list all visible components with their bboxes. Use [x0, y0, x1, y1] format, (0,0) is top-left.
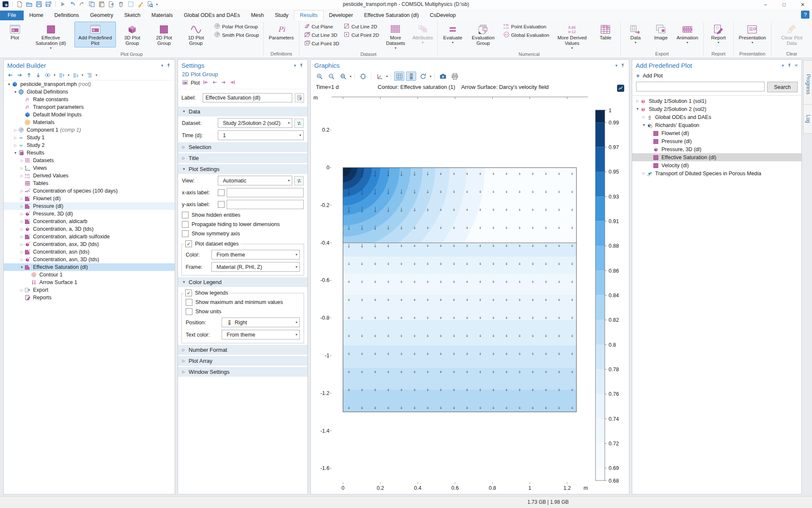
expander-icon[interactable]: ▼ [19, 265, 25, 269]
plot-last-icon[interactable] [229, 79, 236, 87]
tree-item[interactable]: ▷*Concentration, asn, 3D (tds) [4, 256, 175, 263]
printer-icon[interactable] [450, 72, 460, 81]
add-predefined-plot-button[interactable]: Add Predefined Plot [74, 22, 116, 47]
tab-effective-saturation-dl-[interactable]: Effective Saturation (dl) [359, 11, 425, 20]
arrow-down-icon[interactable] [35, 72, 41, 78]
global-evaluation-button[interactable]: 8.5Global Evaluation [502, 31, 551, 39]
collapse-list-icon[interactable] [58, 72, 65, 78]
tab-definitions[interactable]: Definitions [49, 11, 85, 20]
tab-file[interactable]: File [0, 11, 24, 20]
section-title[interactable]: ▷Title [178, 153, 307, 163]
expander-icon[interactable]: ▷ [19, 288, 25, 292]
expander-icon[interactable]: ▷ [19, 258, 25, 262]
tree-item[interactable]: ▼Results [4, 149, 175, 157]
tab-global-odes-and-daes[interactable]: Global ODEs and DAEs [178, 11, 246, 20]
tree-item[interactable]: ▼Study 2/Solution 2 (sol2) [632, 105, 801, 113]
tree-item[interactable]: ▷*Pressure, 3D (dl) [4, 210, 175, 218]
maximize-button[interactable]: □ [775, 0, 793, 9]
1d-plot-group-button[interactable]: 1D Plot Group [181, 22, 211, 47]
tree-item[interactable]: PiTransport parameters [4, 103, 175, 111]
zoom-in-icon[interactable] [314, 72, 324, 81]
plot-icon[interactable] [182, 79, 188, 87]
position-select[interactable]: Right ▾ [222, 318, 300, 327]
tree-item[interactable]: Reports [4, 294, 175, 301]
zoom-box-icon[interactable] [338, 72, 348, 81]
tree-item[interactable]: ▼*Effective Saturation (dl) [4, 263, 175, 271]
close-button[interactable]: ✕ [793, 0, 812, 9]
grid-toggle-icon[interactable] [394, 72, 404, 81]
tab-sketch[interactable]: Sketch [119, 11, 146, 20]
tree-item[interactable]: ▷*Concentration of species (100 days) [4, 187, 175, 195]
cut-point-2d-button[interactable]: Cut Point 2D [342, 31, 381, 39]
expander-icon[interactable]: ▷ [13, 144, 18, 147]
expander-icon[interactable]: ▷ [635, 99, 640, 103]
go-to-view-button[interactable] [294, 176, 304, 185]
legend-toggle-icon[interactable] [406, 72, 416, 81]
expander-icon[interactable]: ▼ [13, 90, 18, 94]
expander-icon[interactable]: ▷ [19, 174, 25, 178]
tree-item[interactable]: ▷*Concentration, asn (tds) [4, 248, 175, 256]
report-button[interactable]: Report▾ [706, 22, 731, 46]
arrow-up-icon[interactable] [26, 72, 32, 78]
tree-item[interactable]: ▷*Concentration, aldicarb [4, 218, 175, 225]
animation-button[interactable]: Animation▾ [674, 22, 701, 46]
expander-icon[interactable]: ▷ [19, 189, 25, 193]
tree-item[interactable]: ▷∞Study 1 [4, 134, 175, 141]
arrow-left-icon[interactable] [7, 72, 14, 78]
expander-icon[interactable]: ▷ [13, 136, 18, 140]
show-legends-checkbox[interactable]: ✓ [185, 290, 192, 296]
add-plot-button[interactable]: + Add Plot [632, 71, 801, 82]
expander-icon[interactable]: ▼ [6, 83, 12, 86]
help-button[interactable]: ? [801, 11, 809, 19]
expander-icon[interactable]: ▼ [635, 107, 640, 111]
3d-plot-group-button[interactable]: 3D Plot Group [117, 22, 148, 47]
expander-icon[interactable]: ▷ [19, 227, 25, 231]
expander-icon[interactable]: ▷ [19, 220, 25, 224]
effective-saturation-dl--button[interactable]: Effective Saturation (dl)▾ [28, 22, 74, 51]
tree-item[interactable]: ▼Richards' Equation [632, 121, 801, 129]
go-to-view-icon[interactable] [374, 72, 384, 81]
tree-item[interactable]: Tables [4, 179, 175, 187]
tree-item[interactable]: ▷Concentration, a, 3D (tds) [4, 225, 175, 233]
pin-icon[interactable] [787, 63, 792, 68]
yaxis-input[interactable] [227, 200, 304, 209]
tree-item[interactable]: ▼pesticide_transport.mph(root) [4, 80, 175, 88]
plot-button[interactable]: Plot [191, 80, 200, 86]
tree-item[interactable]: ▷Export [4, 286, 175, 294]
parameters-button[interactable]: PiParameters [266, 22, 296, 42]
tree-item[interactable]: ▷*Flownet (dl) [4, 195, 175, 202]
tree-item[interactable]: ▷ddtGlobal ODEs and DAEs [632, 113, 801, 121]
expander-icon[interactable]: ▷ [13, 128, 18, 132]
chevron-down-icon[interactable]: ▾ [294, 63, 296, 68]
expander-icon[interactable]: ▷ [19, 197, 25, 201]
expander-icon[interactable]: ▷ [19, 212, 25, 216]
tree-item[interactable]: ▷Datasets [4, 157, 175, 164]
show-symmetry-checkbox[interactable] [182, 230, 189, 237]
section-selection[interactable]: ▷Selection [178, 142, 307, 152]
tree-item[interactable]: ▷Transport of Diluted Species in Porous … [632, 169, 801, 177]
2d-plot-group-button[interactable]: 2D Plot Group [148, 22, 179, 47]
cut-line-2d-button[interactable]: Cut Line 2D [342, 22, 381, 30]
tree-item[interactable]: ▷Study 1/Solution 1 (sol1) [632, 97, 801, 105]
plot-first-icon[interactable] [203, 79, 209, 87]
expander-icon[interactable]: ▷ [641, 115, 647, 119]
expander-icon[interactable]: ▷ [19, 159, 25, 163]
close-icon[interactable]: ✕ [795, 63, 798, 68]
camera-icon[interactable] [438, 72, 448, 81]
model-list-icon[interactable] [86, 72, 93, 78]
contour-plot[interactable]: 0.20-0.2-0.4-0.6-0.8-1-1.2-1.4-1.6m00.20… [311, 94, 628, 493]
chevron-down-icon[interactable]: ▾ [161, 63, 163, 68]
xaxis-checkbox[interactable] [218, 189, 225, 196]
tree-item[interactable]: ▷*Concentration, aldicarb sulfoxide [4, 233, 175, 240]
propagate-hiding-checkbox[interactable] [182, 221, 189, 228]
tree-item[interactable]: ▷Views [4, 164, 175, 172]
tab-log[interactable]: Log [803, 104, 812, 134]
tree-item[interactable]: ▷*Concentration, asx, 3D (tds) [4, 240, 175, 248]
tree-item[interactable]: Default Model Inputs [4, 111, 175, 119]
search-input[interactable] [636, 82, 765, 91]
tree-item[interactable]: Materials [4, 119, 175, 126]
chevron-down-icon[interactable]: ▾ [615, 63, 617, 68]
polar-plot-group-button[interactable]: Polar Plot Group [212, 22, 261, 30]
zoom-out-icon[interactable] [326, 72, 336, 81]
rename-button[interactable] [295, 93, 304, 102]
